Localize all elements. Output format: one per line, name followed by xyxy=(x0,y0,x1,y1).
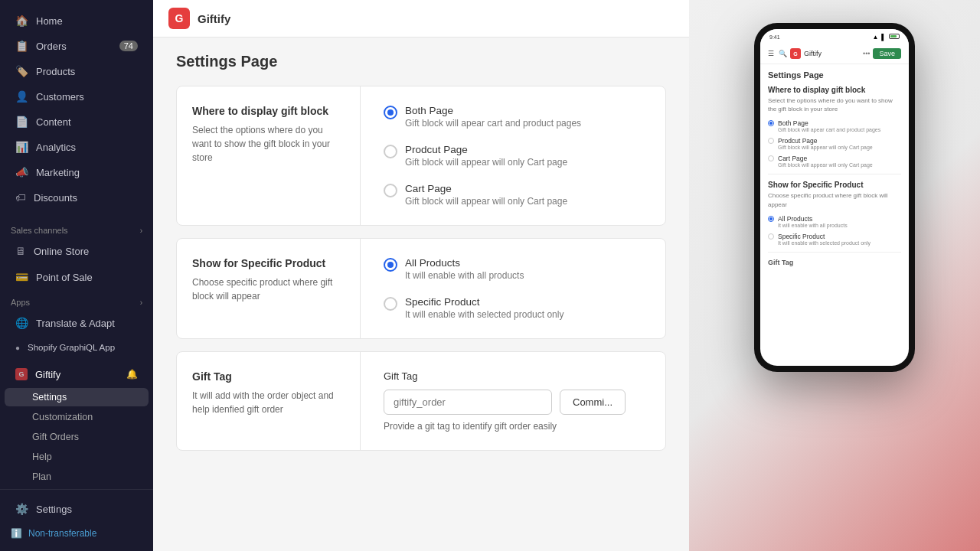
phone-divider-1 xyxy=(768,174,901,174)
sidebar-item-marketing[interactable]: 📣 Marketing xyxy=(5,160,149,184)
phone-status-icons: ▲ ▌ xyxy=(872,34,900,41)
radio-both-page[interactable]: Both Page Gift block will apear cart and… xyxy=(384,105,642,129)
radio-specific-product[interactable]: Specific Product It will enable with sel… xyxy=(384,296,642,320)
phone-radio-cart-page[interactable]: Cart Page Gift block will appear will on… xyxy=(768,155,901,168)
phone-app-name: Giftify xyxy=(804,50,822,57)
phone-radio-cart-sub: Gift block will appear will only Cart pa… xyxy=(778,162,873,168)
radio-product-page[interactable]: Prodcut Page Gift block will appear will… xyxy=(384,144,642,168)
display-section: Where to display gift block Select the o… xyxy=(176,86,666,226)
sidebar-sub-item-customization[interactable]: Customization xyxy=(5,408,149,426)
sidebar-item-analytics[interactable]: 📊 Analytics xyxy=(5,135,149,159)
sidebar-item-settings-global[interactable]: ⚙️ Settings xyxy=(5,497,149,521)
sidebar-item-point-of-sale[interactable]: 💳 Point of Sale xyxy=(5,265,149,289)
battery-icon xyxy=(889,34,900,39)
gift-tag-options: Gift Tag Commi... Provide a git tag to i… xyxy=(361,352,665,450)
products-icon: 🏷️ xyxy=(15,65,28,77)
phone-panel: 9:41 ▲ ▌ ☰ 🔍 G Giftify ••• xyxy=(689,0,980,551)
phone-section1-desc: Select the options where do you want to … xyxy=(768,96,901,113)
gift-tag-input[interactable] xyxy=(384,390,552,415)
phone-header-actions: ••• Save xyxy=(863,48,901,59)
sidebar-item-customers[interactable]: 👤 Customers xyxy=(5,84,149,109)
phone-radio-product-page[interactable]: Prodcut Page Gift block will appear will… xyxy=(768,137,901,150)
sidebar-item-home[interactable]: 🏠 Home xyxy=(5,8,149,33)
gift-tag-description: Gift Tag It will add with the order obje… xyxy=(177,352,361,450)
phone-radio-product-title: Prodcut Page xyxy=(778,137,873,145)
phone-radio-both-page[interactable]: Both Page Gift block will apear cart and… xyxy=(768,119,901,132)
display-section-desc: Select the options where do you want to … xyxy=(192,123,345,165)
page-title: Settings Page xyxy=(176,53,666,70)
sidebar-item-products[interactable]: 🏷️ Products xyxy=(5,59,149,83)
signal-icon: ▌ xyxy=(881,34,886,41)
sidebar-sub-item-gift-orders[interactable]: Gift Orders xyxy=(5,428,149,446)
radio-cart-page[interactable]: Cart Page Gift block will appear will on… xyxy=(384,183,642,207)
topbar-title: Giftify xyxy=(198,12,230,25)
radio-label-specific-product: Specific Product xyxy=(405,296,564,308)
phone-radio-specific-title: Specific Product xyxy=(778,233,871,240)
radio-sub-all-products: It will enable with all products xyxy=(405,270,524,281)
sidebar-item-online-store[interactable]: 🖥 Online Store xyxy=(5,239,149,263)
discounts-icon: 🏷 xyxy=(15,191,26,204)
radio-circle-both-page[interactable] xyxy=(384,106,397,119)
gift-tag-title: Gift Tag xyxy=(192,370,345,383)
settings-icon: ⚙️ xyxy=(15,503,28,515)
sidebar-item-graphiql[interactable]: ● Shopify GraphiQL App xyxy=(5,337,149,358)
sidebar-item-giftify[interactable]: G Giftify 🔔 xyxy=(5,362,149,386)
radio-label-cart-page: Cart Page xyxy=(405,183,567,194)
product-section: Show for Specific Product Choose specifi… xyxy=(176,238,666,339)
orders-icon: 📋 xyxy=(15,40,28,52)
phone-radio-circle-cart[interactable] xyxy=(768,155,774,161)
sidebar-item-translate[interactable]: 🌐 Translate & Adapt xyxy=(5,311,149,335)
sidebar-sub-item-settings[interactable]: Settings xyxy=(5,388,149,406)
phone-gift-tag-title: Gift Tag xyxy=(768,259,901,266)
display-section-description: Where to display gift block Select the o… xyxy=(177,86,361,225)
phone-divider-2 xyxy=(768,252,901,253)
radio-circle-product-page[interactable] xyxy=(384,145,397,158)
wifi-icon: ▲ xyxy=(872,34,878,41)
chevron-right-icon-apps: › xyxy=(140,298,142,307)
apps-label: Apps › xyxy=(0,290,153,310)
topbar: G Giftify xyxy=(153,0,689,37)
phone-radio-circle-product[interactable] xyxy=(768,138,774,144)
phone-radio-circle-specific[interactable] xyxy=(768,233,774,240)
phone-radio-both-title: Both Page xyxy=(778,119,880,127)
phone-app-title-row: ☰ 🔍 G Giftify xyxy=(768,48,822,59)
phone-app-header: ☰ 🔍 G Giftify ••• Save xyxy=(760,44,909,64)
phone-screen: 9:41 ▲ ▌ ☰ 🔍 G Giftify ••• xyxy=(760,29,909,366)
product-section-desc: Choose specific product where gift block… xyxy=(192,276,345,303)
gift-tag-section: Gift Tag It will add with the order obje… xyxy=(176,351,666,451)
radio-circle-cart-page[interactable] xyxy=(384,184,397,197)
giftify-bell-icon[interactable]: 🔔 xyxy=(126,369,138,380)
content-icon: 📄 xyxy=(15,116,28,128)
giftify-icon: G xyxy=(15,368,28,380)
radio-label-both-page: Both Page xyxy=(405,105,581,116)
phone-page-title: Settings Page xyxy=(768,70,901,80)
customers-icon: 👤 xyxy=(15,90,28,103)
phone-radio-specific-sub: It will enable with selected product onl… xyxy=(778,240,871,246)
phone-mockup: 9:41 ▲ ▌ ☰ 🔍 G Giftify ••• xyxy=(754,23,915,372)
phone-app-logo: G xyxy=(790,48,801,59)
sidebar-sub-item-help[interactable]: Help xyxy=(5,448,149,466)
commit-button[interactable]: Commi... xyxy=(560,390,626,415)
non-transferable-item[interactable]: ℹ️ Non-transferable xyxy=(0,522,153,545)
phone-save-button[interactable]: Save xyxy=(873,48,901,59)
radio-circle-specific-product[interactable] xyxy=(384,297,397,311)
phone-radio-all-products[interactable]: All Products It will enable with all pro… xyxy=(768,215,901,228)
phone-radio-specific[interactable]: Specific Product It will enable with sel… xyxy=(768,233,901,246)
home-icon: 🏠 xyxy=(15,15,28,27)
phone-status-bar: 9:41 ▲ ▌ xyxy=(760,29,909,44)
radio-sub-specific-product: It will enable with selected product onl… xyxy=(405,309,564,320)
sidebar-sub-item-plan[interactable]: Plan xyxy=(5,468,149,486)
sidebar-item-orders[interactable]: 📋 Orders 74 xyxy=(5,34,149,58)
translate-icon: 🌐 xyxy=(15,317,28,329)
analytics-icon: 📊 xyxy=(15,141,28,153)
phone-radio-circle-both[interactable] xyxy=(768,120,774,126)
phone-radio-circle-all[interactable] xyxy=(768,216,774,222)
point-of-sale-icon: 💳 xyxy=(15,271,28,283)
sidebar-item-discounts[interactable]: 🏷 Discounts xyxy=(5,185,149,210)
radio-circle-all-products[interactable] xyxy=(384,258,397,272)
radio-all-products[interactable]: All Products It will enable with all pro… xyxy=(384,257,642,281)
gift-tag-desc: It will add with the order object and he… xyxy=(192,389,345,416)
sidebar-item-content[interactable]: 📄 Content xyxy=(5,109,149,134)
phone-radio-all-title: All Products xyxy=(778,215,848,223)
gift-tag-field-row: Commi... xyxy=(384,390,642,415)
